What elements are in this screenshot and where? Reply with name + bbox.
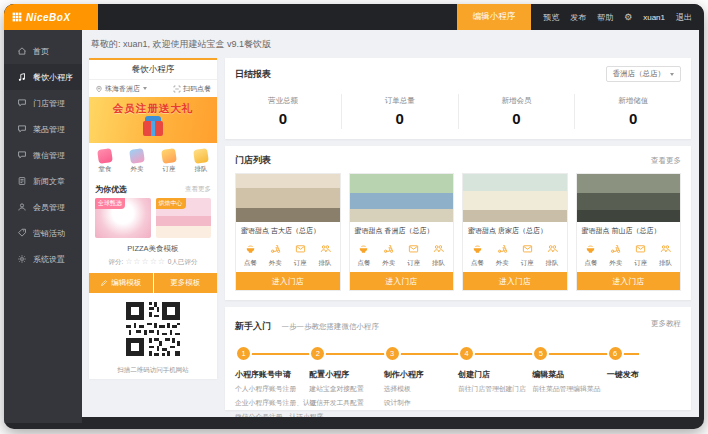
stat-value: 0 [225, 110, 341, 127]
logout-link[interactable]: 退出 [676, 12, 692, 23]
store-action-queue[interactable]: 排队 [426, 240, 451, 268]
guide-steps: 1 小程序账号申请 个人小程序账号注册 企业小程序账号注册、认证 微信公众号注册… [225, 337, 691, 417]
step-link[interactable]: 设计制作 [384, 398, 458, 408]
user-icon [17, 202, 27, 212]
sidebar-label: 门店管理 [33, 98, 65, 109]
pencil-icon [100, 279, 108, 287]
step-title: 创建门店 [458, 369, 532, 380]
user-menu[interactable]: xuan1 [643, 13, 665, 22]
quick-action-takeout[interactable]: 外卖 [121, 149, 153, 174]
app-logo[interactable]: NiceBoX [4, 4, 98, 30]
enter-store-button[interactable]: 进入门店 [350, 272, 454, 290]
mail-icon [295, 243, 306, 254]
action-label: 订座 [628, 259, 653, 268]
quick-action-dine-in[interactable]: 堂食 [89, 149, 121, 174]
store-photo[interactable] [577, 174, 681, 222]
store-select-dropdown[interactable]: 香洲店（总店） [606, 66, 682, 82]
store-action-reserve[interactable]: 订座 [288, 240, 313, 268]
step-link[interactable]: 建站宝盒对接配置 [309, 384, 383, 394]
step-link[interactable]: 微信开发工具配置 [309, 398, 383, 408]
store-photo[interactable] [236, 174, 340, 222]
sidebar-item-home[interactable]: 首页 [4, 38, 82, 64]
store-action-reserve[interactable]: 订座 [401, 240, 426, 268]
step-link[interactable]: 选择模板 [384, 384, 458, 394]
sidebar-label: 餐饮小程序 [33, 72, 73, 83]
edit-template-label: 编辑模板 [111, 278, 141, 288]
sidebar-label: 微信管理 [33, 150, 65, 161]
step-link[interactable]: 个人小程序账号注册 [235, 384, 309, 394]
welcome-text: 尊敬的: xuan1, 欢迎使用建站宝盒 v9.1餐饮版 [91, 38, 691, 51]
template-rating: 评分: ☆☆☆☆☆ 0人已评分 [89, 257, 217, 267]
getting-started-card: 新手入门 一步一步教您搭建微信小程序 更多教程 1 小程序账号申请 [225, 307, 691, 410]
gear-icon [17, 254, 27, 264]
sidebar-item-wechat-management[interactable]: 微信管理 [4, 142, 82, 168]
chat-bubble-icon [17, 98, 27, 108]
more-templates-button[interactable]: 更多模板 [154, 273, 218, 293]
step-link[interactable]: 企业小程序账号注册、认证 [235, 398, 309, 408]
store-action-order[interactable]: 点餐 [352, 240, 377, 268]
step-link[interactable]: 前往菜品管理编辑菜品 [532, 384, 606, 394]
enter-store-button[interactable]: 进入门店 [463, 272, 567, 290]
guide-title: 新手入门 [235, 321, 271, 331]
recommend-more-link[interactable]: 查看更多 [185, 185, 211, 194]
step-link[interactable]: 微信公众号注册、认证小程序 [235, 412, 309, 417]
app-window: NiceBoX 编辑小程序 预览 发布 帮助 ⚙ xuan1 退出 首页 餐饮小… [4, 4, 704, 429]
scooter-icon [383, 243, 394, 254]
quick-action-reserve[interactable]: 订座 [153, 149, 185, 174]
sidebar-item-dish-management[interactable]: 菜品管理 [4, 116, 82, 142]
sidebar-item-store-management[interactable]: 门店管理 [4, 90, 82, 116]
store-action-queue[interactable]: 排队 [540, 240, 565, 268]
store-action-queue[interactable]: 排队 [653, 240, 678, 268]
preview-link[interactable]: 预览 [543, 12, 559, 23]
scan-order-button[interactable]: 扫码点餐 [173, 84, 211, 94]
sidebar-item-marketing[interactable]: 营销活动 [4, 220, 82, 246]
template-buttons: 编辑模板 更多模板 [89, 273, 217, 293]
edit-miniprogram-button[interactable]: 编辑小程序 [457, 4, 532, 30]
recommend-foods: 全球甄选 烘焙中心 [89, 198, 217, 238]
qr-caption: 扫描二维码访问手机网站 [89, 366, 217, 379]
sidebar-item-system-settings[interactable]: 系统设置 [4, 246, 82, 272]
store-action-delivery[interactable]: 外卖 [263, 240, 288, 268]
more-tutorials-link[interactable]: 更多教程 [651, 319, 681, 329]
enter-store-button[interactable]: 进入门店 [236, 272, 340, 290]
store-photo[interactable] [350, 174, 454, 222]
sidebar-item-member-management[interactable]: 会员管理 [4, 194, 82, 220]
store-list-more-link[interactable]: 查看更多 [651, 156, 681, 166]
store-action-delivery[interactable]: 外卖 [603, 240, 628, 268]
step-title: 一键发布 [607, 369, 681, 380]
store-grid: 蜜语甜点 吉大店（总店） 点餐 外卖 订座 排队 进入门店 [225, 171, 691, 291]
store-action-reserve[interactable]: 订座 [515, 240, 540, 268]
sidebar-item-news-articles[interactable]: 新闻文章 [4, 168, 82, 194]
bowl-icon [472, 243, 483, 254]
publish-link[interactable]: 发布 [570, 12, 586, 23]
store-card: 蜜语甜点 吉大店（总店） 点餐 外卖 订座 排队 进入门店 [235, 173, 341, 291]
store-action-reserve[interactable]: 订座 [628, 240, 653, 268]
store-action-order[interactable]: 点餐 [238, 240, 263, 268]
scooter-icon [610, 243, 621, 254]
settings-gear-icon[interactable]: ⚙ [624, 12, 632, 22]
store-location-selector[interactable]: 珠海香洲店 [95, 84, 147, 94]
store-action-delivery[interactable]: 外卖 [490, 240, 515, 268]
store-card: 蜜语甜点 香洲店（总店） 点餐 外卖 订座 排队 进入门店 [349, 173, 455, 291]
star-icons: ☆☆☆☆☆ [125, 257, 166, 266]
food-image-cake[interactable]: 烘焙中心 [156, 198, 212, 238]
step-title: 制作小程序 [384, 369, 458, 380]
promo-banner[interactable]: 会员注册送大礼 [89, 97, 217, 143]
quick-action-label: 排队 [185, 165, 217, 174]
food-image-cupcake[interactable]: 全球甄选 [95, 198, 151, 238]
store-action-queue[interactable]: 排队 [313, 240, 338, 268]
report-title: 日结报表 [235, 68, 271, 81]
store-photo[interactable] [463, 174, 567, 222]
store-name: 蜜语甜点 香洲店（总店） [350, 222, 454, 238]
help-link[interactable]: 帮助 [597, 12, 613, 23]
edit-template-button[interactable]: 编辑模板 [89, 273, 153, 293]
step-link[interactable]: 前往门店管理创建门店 [458, 384, 532, 394]
store-action-delivery[interactable]: 外卖 [376, 240, 401, 268]
quick-action-queue[interactable]: 排队 [185, 149, 217, 174]
sidebar-item-miniprogram[interactable]: 餐饮小程序 [4, 64, 82, 90]
store-action-order[interactable]: 点餐 [579, 240, 604, 268]
action-label: 排队 [540, 259, 565, 268]
rating-count: 0人已评分 [168, 258, 198, 265]
store-action-order[interactable]: 点餐 [465, 240, 490, 268]
enter-store-button[interactable]: 进入门店 [577, 272, 681, 290]
